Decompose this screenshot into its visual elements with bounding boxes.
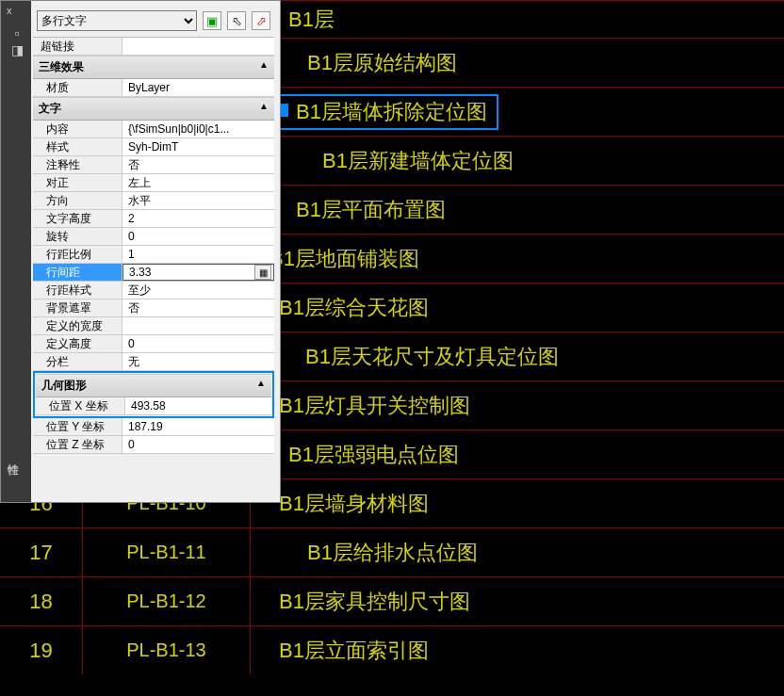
prop-row-bgmask[interactable]: 背景遮罩 否 bbox=[33, 299, 274, 317]
prop-row-linestyle[interactable]: 行距样式 至少 bbox=[33, 282, 274, 299]
prop-row-hyperlink[interactable]: 超链接 bbox=[33, 38, 274, 56]
drawing-desc[interactable]: B1层平面布置图 bbox=[251, 186, 784, 234]
table-row: 19 PL-B1-13 B1层立面索引图 bbox=[0, 625, 784, 674]
prop-row-pos-x[interactable]: 位置 X 坐标 493.58 bbox=[36, 397, 271, 415]
drawing-desc-selected[interactable]: B1层墙体拆除定位图 bbox=[270, 94, 498, 130]
drawing-desc[interactable]: B1层天花尺寸及灯具定位图 bbox=[251, 332, 784, 380]
window-icon[interactable]: ◨ bbox=[5, 42, 29, 57]
table-row: 18 PL-B1-12 B1层家具控制尺寸图 bbox=[0, 576, 784, 625]
row-code[interactable]: PL-B1-13 bbox=[83, 626, 251, 674]
group-text[interactable]: 文字▲ bbox=[33, 97, 274, 121]
drawing-desc[interactable]: B1层 bbox=[251, 1, 784, 38]
prop-row-text-height[interactable]: 文字高度 2 bbox=[33, 210, 274, 228]
prop-row-pos-y[interactable]: 位置 Y 坐标 187.19 bbox=[33, 418, 274, 436]
drawing-desc[interactable]: B1层灯具开关控制图 bbox=[251, 381, 784, 429]
table-row: 17 PL-B1-11 B1层给排水点位图 bbox=[0, 527, 784, 576]
drawing-desc[interactable]: B1层强弱电点位图 bbox=[251, 430, 784, 478]
pin-icon[interactable]: ▫ bbox=[5, 25, 29, 40]
prop-row-content[interactable]: 内容 {\fSimSun|b0|i0|c1... bbox=[33, 121, 274, 138]
drawing-desc[interactable]: B1层立面索引图 bbox=[251, 626, 784, 674]
drawing-desc[interactable]: B1层家具控制尺寸图 bbox=[251, 577, 784, 625]
prop-row-material[interactable]: 材质 ByLayer bbox=[33, 79, 274, 97]
prop-row-style[interactable]: 样式 Syh-DimT bbox=[33, 138, 274, 156]
group-3d-effect[interactable]: 三维效果▲ bbox=[33, 56, 274, 79]
prop-row-pos-z[interactable]: 位置 Z 坐标 0 bbox=[33, 436, 274, 454]
drawing-desc[interactable]: B1层给排水点位图 bbox=[251, 528, 784, 576]
prop-row-linescale[interactable]: 行距比例 1 bbox=[33, 246, 274, 264]
prop-row-defwidth[interactable]: 定义的宽度 bbox=[33, 317, 274, 335]
row-number: 18 bbox=[0, 577, 83, 625]
prop-row-columns[interactable]: 分栏 无 bbox=[33, 353, 274, 371]
group-geometry[interactable]: 几何图形▲ bbox=[36, 374, 271, 397]
close-icon[interactable]: x bbox=[1, 1, 31, 20]
prop-row-justify[interactable]: 对正 左上 bbox=[33, 174, 274, 192]
prop-row-direction[interactable]: 方向 水平 bbox=[33, 192, 274, 210]
calculator-icon[interactable]: ▦ bbox=[254, 265, 271, 280]
prop-row-linespacing[interactable]: 行间距 3.33 ▦ bbox=[33, 264, 274, 282]
prop-row-rotate[interactable]: 旋转 0 bbox=[33, 228, 274, 246]
add-selection-icon[interactable]: ▣ bbox=[203, 11, 221, 30]
row-code[interactable]: PL-B1-12 bbox=[83, 577, 251, 625]
drawing-desc[interactable]: B1层原始结构图 bbox=[251, 39, 784, 87]
prop-row-annotative[interactable]: 注释性 否 bbox=[33, 156, 274, 174]
drawing-desc[interactable]: B1层新建墙体定位图 bbox=[251, 137, 784, 185]
quick-select-icon[interactable]: ⬁ bbox=[227, 11, 246, 30]
drawing-desc[interactable]: B1层综合天花图 bbox=[251, 283, 784, 332]
object-type-select[interactable]: 多行文字 bbox=[37, 10, 197, 31]
row-number: 19 bbox=[0, 626, 83, 674]
drawing-desc[interactable]: B1层墙身材料图 bbox=[251, 479, 784, 527]
drawing-desc[interactable]: B1层地面铺装图 bbox=[251, 235, 784, 283]
prop-row-defheight[interactable]: 定义高度 0 bbox=[33, 335, 274, 353]
row-code[interactable]: PL-B1-11 bbox=[83, 528, 251, 576]
quick-select2-icon[interactable]: ⬀ bbox=[252, 11, 270, 30]
properties-panel: x ▫ ◨ 特性 多行文字 ▣ ⬁ ⬀ 超链接 三维效果▲ 材质 B bbox=[0, 0, 281, 503]
row-number: 17 bbox=[0, 528, 83, 576]
